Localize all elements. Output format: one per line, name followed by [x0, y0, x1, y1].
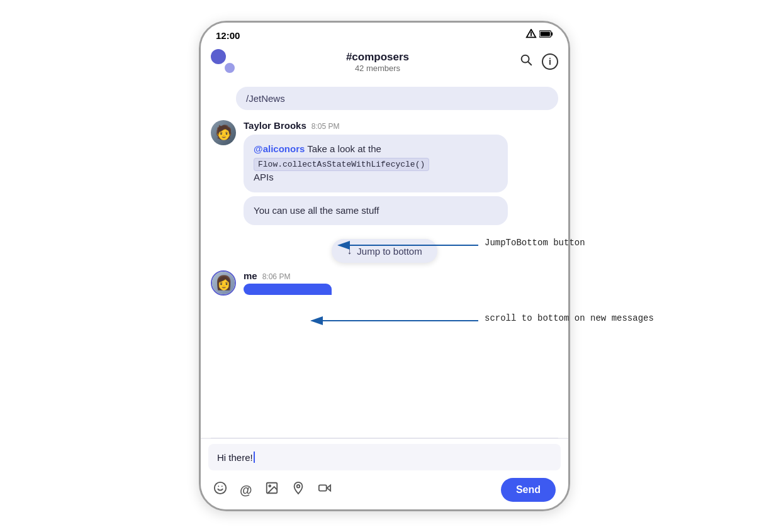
message-content-taylor: Taylor Brooks 8:05 PM @aliconors Take a … — [244, 120, 558, 229]
svg-point-11 — [269, 485, 271, 487]
search-icon[interactable] — [519, 53, 533, 70]
nav-title: #composers 42 members — [236, 51, 519, 73]
svg-line-6 — [528, 62, 531, 65]
member-count: 42 members — [236, 64, 519, 73]
me-content: me 8:06 PM — [244, 270, 558, 295]
timestamp-me: 8:06 PM — [262, 272, 291, 281]
message-header-taylor: Taylor Brooks 8:05 PM — [244, 120, 558, 131]
username-taylor: Taylor Brooks — [244, 120, 306, 131]
message-block-me: 👩 me 8:06 PM — [201, 268, 568, 296]
battery-icon — [539, 30, 553, 41]
mention-icon[interactable]: @ — [240, 483, 252, 497]
bubble-taylor-1: @aliconors Take a look at the Flow.colle… — [244, 135, 508, 192]
jump-to-bottom-container: ↓ Jump to bottom — [201, 234, 568, 268]
phone-frame: 12:00 — [199, 21, 570, 511]
top-nav: #composers 42 members i — [201, 44, 568, 82]
info-icon[interactable]: i — [542, 53, 558, 70]
bubble-text-after: Take a look at the — [307, 143, 381, 154]
input-text: Hi there! — [217, 452, 253, 463]
svg-point-7 — [215, 482, 226, 494]
mention-aliconors: @aliconors — [254, 143, 305, 154]
status-bar: 12:00 — [201, 23, 568, 44]
status-icons — [525, 29, 553, 42]
username-me: me — [244, 270, 257, 281]
send-button[interactable]: Send — [501, 478, 556, 502]
emoji-icon[interactable] — [213, 481, 227, 499]
svg-rect-13 — [318, 485, 326, 490]
page-container: 12:00 — [0, 0, 769, 532]
svg-rect-4 — [541, 32, 550, 36]
avatar-circle-1 — [211, 49, 226, 64]
code-inline: Flow.collectAsStateWithLifecycle() — [254, 158, 429, 171]
video-icon[interactable] — [318, 481, 332, 499]
avatar-me: 👩 — [211, 270, 236, 296]
partial-message: /JetNews — [236, 87, 558, 110]
jump-to-bottom-button[interactable]: ↓ Jump to bottom — [332, 239, 437, 263]
arrow-down-icon: ↓ — [347, 245, 352, 257]
text-input-row[interactable]: Hi there! — [208, 444, 561, 470]
channel-name: #composers — [236, 51, 519, 64]
location-icon[interactable] — [291, 481, 305, 499]
image-icon[interactable] — [265, 481, 279, 499]
nav-actions: i — [519, 53, 558, 70]
message-block-taylor: 🧑 Taylor Brooks 8:05 PM @aliconors Take … — [201, 115, 568, 234]
bubble-taylor-2: You can use all the same stuff — [244, 196, 508, 226]
jump-to-bottom-label: Jump to bottom — [357, 246, 422, 257]
me-header: me 8:06 PM — [244, 270, 558, 281]
toolbar-icons: @ — [213, 481, 332, 499]
nav-avatar[interactable] — [211, 49, 236, 74]
chat-area[interactable]: /JetNews 🧑 Taylor Brooks 8:05 PM @alicon… — [201, 82, 568, 438]
bubble-text-end: APIs — [254, 172, 274, 182]
signal-icon — [525, 29, 537, 42]
svg-rect-3 — [551, 32, 553, 35]
timestamp-taylor: 8:05 PM — [312, 122, 340, 131]
toolbar-row: @ — [208, 475, 561, 504]
me-bubble-partial — [244, 284, 332, 295]
text-cursor — [254, 452, 255, 463]
message-input-container: Hi there! @ — [201, 438, 568, 509]
svg-marker-14 — [327, 485, 330, 490]
avatar-taylor: 🧑 — [211, 120, 236, 145]
status-time: 12:00 — [216, 30, 240, 41]
avatar-circle-2 — [223, 62, 236, 74]
svg-point-12 — [296, 485, 300, 488]
